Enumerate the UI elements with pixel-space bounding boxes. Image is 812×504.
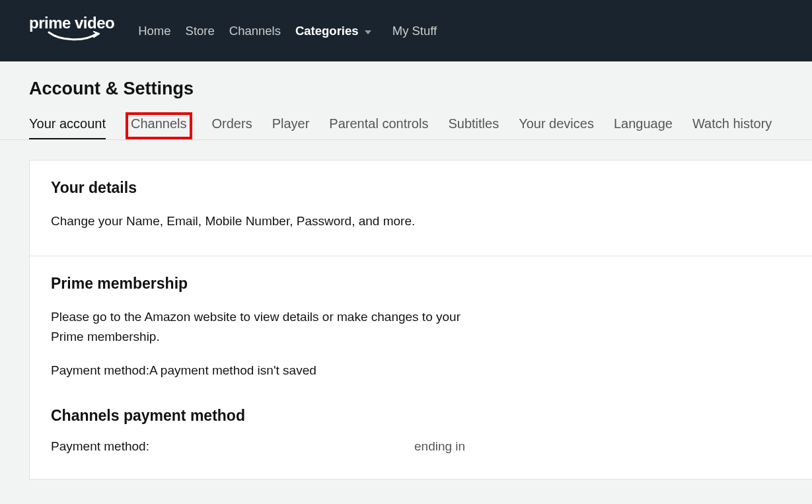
nav-categories[interactable]: Categories	[295, 24, 371, 38]
tab-your-devices[interactable]: Your devices	[519, 116, 594, 139]
channels-payment-label: Payment method:	[51, 439, 414, 454]
main-nav: Home Store Channels Categories My Stuff	[138, 24, 437, 38]
tab-your-account[interactable]: Your account	[29, 116, 106, 139]
tab-orders[interactable]: Orders	[212, 116, 252, 139]
section-your-details[interactable]: Your details Change your Name, Email, Mo…	[30, 161, 812, 256]
prime-video-logo[interactable]: prime video	[29, 15, 114, 46]
prime-payment-line: Payment method:A payment method isn't sa…	[51, 361, 487, 380]
page-title: Account & Settings	[0, 61, 812, 99]
prime-title: Prime membership	[51, 275, 791, 293]
tab-watch-history[interactable]: Watch history	[692, 116, 772, 139]
nav-categories-label: Categories	[295, 24, 359, 38]
channels-payment-title: Channels payment method	[51, 407, 791, 425]
section-channels-payment: Channels payment method Payment method: …	[51, 407, 791, 454]
tab-parental-controls[interactable]: Parental controls	[329, 116, 428, 139]
top-nav-header: prime video Home Store Channels Categori…	[0, 0, 812, 61]
logo-text: prime video	[29, 15, 114, 31]
channels-payment-value: ending in	[414, 439, 465, 454]
your-details-desc: Change your Name, Email, Mobile Number, …	[51, 211, 487, 231]
tab-channels[interactable]: Channels	[126, 112, 192, 139]
your-details-title: Your details	[51, 179, 791, 197]
tab-player[interactable]: Player	[272, 116, 310, 139]
settings-tabs: Your account Channels Orders Player Pare…	[0, 116, 812, 140]
prime-desc: Please go to the Amazon website to view …	[51, 307, 487, 346]
smile-icon	[48, 30, 114, 46]
tab-language[interactable]: Language	[614, 116, 673, 139]
settings-card: Your details Change your Name, Email, Mo…	[29, 160, 812, 480]
section-prime-membership: Prime membership Please go to the Amazon…	[30, 256, 812, 478]
nav-my-stuff[interactable]: My Stuff	[392, 24, 437, 38]
chevron-down-icon	[365, 24, 371, 38]
nav-store[interactable]: Store	[186, 24, 215, 38]
channels-payment-row: Payment method: ending in	[51, 439, 791, 454]
nav-channels[interactable]: Channels	[229, 24, 281, 38]
nav-home[interactable]: Home	[138, 24, 170, 38]
tab-subtitles[interactable]: Subtitles	[448, 116, 499, 139]
